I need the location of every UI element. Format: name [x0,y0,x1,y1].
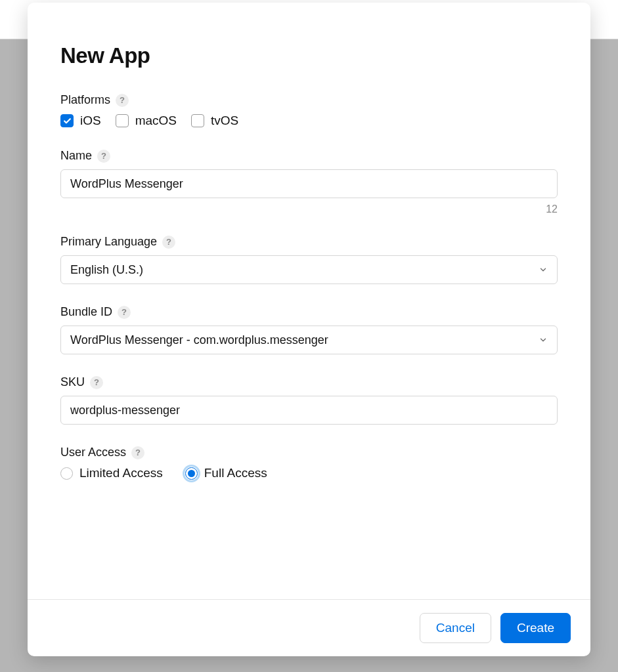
bundle-id-label: Bundle ID [60,305,112,319]
name-label: Name [60,149,92,163]
bundle-id-select[interactable]: WordPlus Messenger - com.wordplus.messen… [60,326,558,354]
sku-label-row: SKU ? [60,375,558,389]
checkbox-tvos[interactable] [191,114,204,127]
platform-ios[interactable]: iOS [60,114,101,128]
help-icon[interactable]: ? [162,236,175,249]
platform-tvos-label: tvOS [211,114,238,128]
chevron-down-icon [539,335,548,345]
platforms-label-row: Platforms ? [60,93,558,107]
user-access-radios: Limited Access Full Access [60,466,558,480]
primary-language-label: Primary Language [60,235,157,249]
cancel-button[interactable]: Cancel [420,613,491,643]
help-icon[interactable]: ? [118,306,131,319]
platforms-section: Platforms ? iOS macOS [60,93,558,128]
create-button[interactable]: Create [500,613,571,643]
name-input[interactable] [60,169,558,198]
user-access-limited[interactable]: Limited Access [60,466,163,480]
help-icon[interactable]: ? [97,150,110,163]
checkbox-macos[interactable] [116,114,129,127]
name-label-row: Name ? [60,149,558,163]
user-access-full-label: Full Access [204,466,267,480]
modal-title: New App [60,43,558,68]
platforms-checkboxes: iOS macOS tvOS [60,114,558,128]
name-char-count: 12 [60,203,558,215]
platform-tvos[interactable]: tvOS [191,114,238,128]
new-app-modal: New App Platforms ? iOS macOS [28,3,590,656]
user-access-limited-label: Limited Access [79,466,163,480]
help-icon[interactable]: ? [116,94,129,107]
sku-input[interactable] [60,396,558,425]
checkbox-ios[interactable] [60,114,74,127]
platforms-label: Platforms [60,93,110,107]
platform-ios-label: iOS [80,114,101,128]
name-section: Name ? 12 [60,149,558,215]
primary-language-label-row: Primary Language ? [60,235,558,249]
modal-body: New App Platforms ? iOS macOS [28,3,590,599]
help-icon[interactable]: ? [90,376,103,389]
platform-macos-label: macOS [135,114,177,128]
help-icon[interactable]: ? [131,446,144,459]
modal-footer: Cancel Create [28,599,590,656]
user-access-section: User Access ? Limited Access Full Access [60,446,558,480]
user-access-label: User Access [60,446,126,459]
primary-language-section: Primary Language ? English (U.S.) [60,235,558,284]
radio-full[interactable] [185,467,198,480]
radio-limited[interactable] [60,467,73,480]
platform-macos[interactable]: macOS [116,114,177,128]
bundle-id-label-row: Bundle ID ? [60,305,558,319]
chevron-down-icon [539,265,548,274]
primary-language-select[interactable]: English (U.S.) [60,255,558,284]
sku-section: SKU ? [60,375,558,425]
primary-language-value: English (U.S.) [70,263,143,277]
user-access-label-row: User Access ? [60,446,558,459]
bundle-id-section: Bundle ID ? WordPlus Messenger - com.wor… [60,305,558,354]
sku-label: SKU [60,375,85,389]
bundle-id-value: WordPlus Messenger - com.wordplus.messen… [70,333,328,347]
user-access-full[interactable]: Full Access [185,466,267,480]
